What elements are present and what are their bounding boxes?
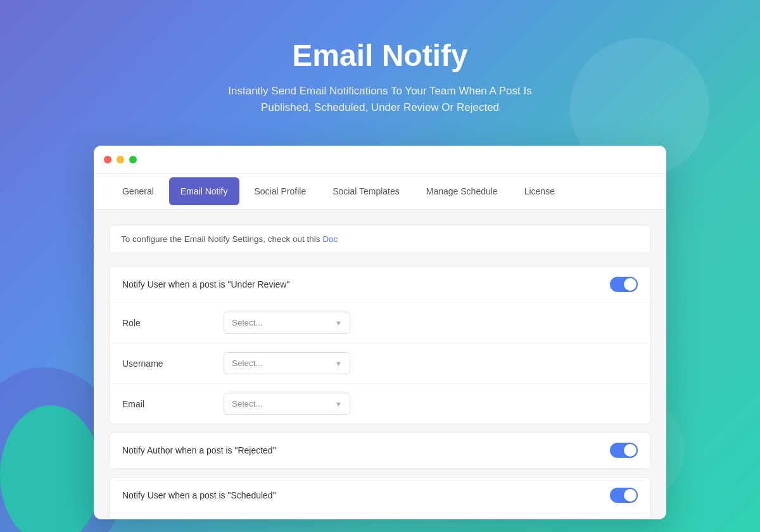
tab-social-profile[interactable]: Social Profile [243,177,318,205]
field-row-role: Role Select... ▼ [110,303,650,343]
email-select[interactable]: Select... ▼ [224,393,350,415]
minimize-button[interactable] [117,156,124,163]
tab-social-templates[interactable]: Social Templates [321,177,411,205]
doc-link[interactable]: Doc [322,234,338,244]
info-text: To configure the Email Notify Settings, … [121,234,322,244]
field-row-scheduled-role: Role Select... ▼ [110,514,650,519]
role-select[interactable]: Select... ▼ [224,312,350,334]
titlebar [94,146,666,174]
content-area: To configure the Email Notify Settings, … [94,210,666,519]
field-row-email: Email Select... ▼ [110,384,650,424]
email-select-wrapper: Select... ▼ [224,393,638,415]
toggle-rejected[interactable] [610,443,638,458]
section-scheduled-header: Notify User when a post is "Scheduled" [110,478,650,514]
email-select-placeholder: Select... [232,399,263,408]
info-box: To configure the Email Notify Settings, … [109,225,651,253]
username-select[interactable]: Select... ▼ [224,352,350,374]
app-window: General Email Notify Social Profile Soci… [94,146,666,519]
section-under-review: Notify User when a post is "Under Review… [109,266,651,424]
traffic-lights [104,156,137,163]
section-under-review-label: Notify User when a post is "Under Review… [122,279,289,289]
toggle-scheduled[interactable] [610,488,638,503]
role-select-placeholder: Select... [232,318,263,327]
section-scheduled: Notify User when a post is "Scheduled" R… [109,477,651,519]
email-select-arrow: ▼ [335,400,342,408]
field-row-username: Username Select... ▼ [110,343,650,384]
username-label: Username [122,358,224,369]
tabs-bar: General Email Notify Social Profile Soci… [94,174,666,210]
role-label: Role [122,318,224,328]
page-subtitle: Instantly Send Email Notifications To Yo… [215,83,545,115]
tab-email-notify[interactable]: Email Notify [169,177,239,205]
section-under-review-body: Role Select... ▼ Username Select... ▼ [110,303,650,424]
section-scheduled-body: Role Select... ▼ Username Select... ▼ [110,514,650,519]
tab-license[interactable]: License [513,177,566,205]
role-select-arrow: ▼ [335,319,342,327]
username-select-arrow: ▼ [335,360,342,367]
tab-manage-schedule[interactable]: Manage Schedule [415,177,509,205]
username-select-placeholder: Select... [232,358,263,368]
role-select-wrapper: Select... ▼ [224,312,638,334]
section-scheduled-label: Notify User when a post is "Scheduled" [122,490,276,500]
username-select-wrapper: Select... ▼ [224,352,638,374]
maximize-button[interactable] [129,156,137,163]
toggle-under-review[interactable] [610,277,638,292]
email-label: Email [122,399,224,409]
close-button[interactable] [104,156,111,163]
section-rejected-label: Notify Author when a post is "Rejected" [122,445,276,455]
section-under-review-header: Notify User when a post is "Under Review… [110,267,650,303]
section-rejected-header: Notify Author when a post is "Rejected" [110,433,650,469]
tab-general[interactable]: General [111,177,165,205]
section-rejected: Notify Author when a post is "Rejected" [109,432,651,469]
